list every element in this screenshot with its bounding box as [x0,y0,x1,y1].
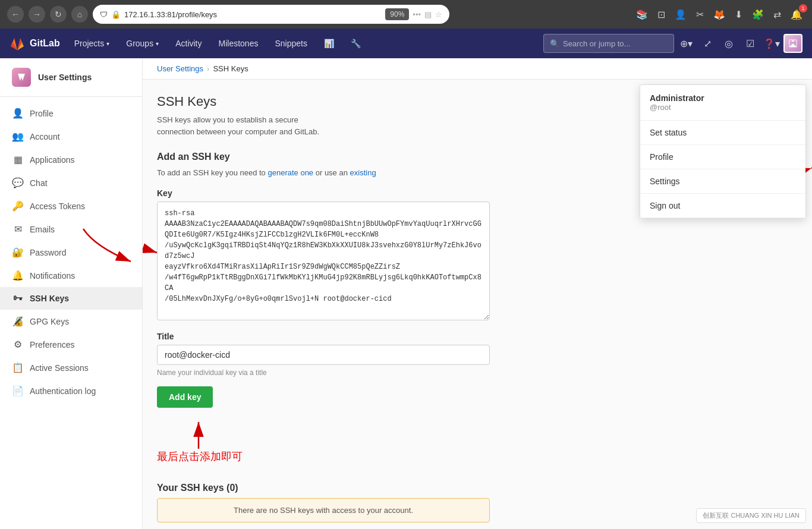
nav-groups[interactable]: Groups ▾ [119,34,166,53]
dropdown-admin-name: Administrator [650,93,796,103]
library-icon[interactable]: 📚 [634,7,650,23]
title-input[interactable] [157,345,490,365]
add-ssh-key-panel: Add an SSH key To add an SSH key you nee… [157,152,490,464]
applications-nav-icon: ▦ [12,154,24,165]
sidebar-item-preferences[interactable]: ⚙ Preferences [0,333,142,356]
key-field-container: Key ssh-rsa AAAAB3NzaC1yc2EAAAADAQABAAAB… [157,188,490,322]
puzzle-icon[interactable]: 🧩 [750,7,766,23]
sidebar-title: User Settings [38,73,92,82]
breadcrumb-current: SSH Keys [213,64,248,73]
sidebar-nav: 👤 Profile 👥 Account ▦ Applications 💬 Cha… [0,97,142,407]
bookmark-icon[interactable]: ☆ [435,10,442,19]
sidebar-profile-label: Profile [30,109,53,118]
nav-milestones[interactable]: Milestones [212,34,266,53]
nav-snippets[interactable]: Snippets [267,34,314,53]
sidebar-preferences-label: Preferences [30,340,74,349]
user-dropdown: Administrator @root Set status Profile S… [640,84,806,219]
generate-link[interactable]: generate one [267,168,313,177]
address-bar[interactable]: 🛡 🔒 172.16.1.33:81/profile/keys 90% ••• … [93,5,449,24]
reader-view-icon[interactable]: ▤ [424,10,432,19]
sidebar-item-password[interactable]: 🔐 Password [0,241,142,264]
add-key-annotation: 最后点击添加即可 [157,451,243,462]
nav-chart[interactable]: 📊 [317,34,341,53]
add-key-description: To add an SSH key you need to generate o… [157,167,490,179]
download-icon[interactable]: ⬇ [732,7,745,23]
no-keys-notice: There are no SSH keys with access to you… [157,498,490,522]
sidebar-item-applications[interactable]: ▦ Applications [0,148,142,171]
user-avatar-button[interactable] [783,34,802,53]
url-text: 172.16.1.33:81/profile/keys [124,10,382,19]
merge-request-icon[interactable]: ⤢ [698,34,717,53]
sidebar-item-gpg-keys[interactable]: 🔏 GPG Keys [0,310,142,333]
projects-chevron-icon: ▾ [106,40,109,47]
dropdown-set-status[interactable]: Set status [640,121,805,145]
groups-chevron-icon: ▾ [156,40,159,47]
issues-icon[interactable]: ◎ [719,34,738,53]
notification-button[interactable]: 🔔 1 [788,7,805,23]
more-options-icon[interactable]: ••• [413,10,421,19]
new-item-button[interactable]: ⊕▾ [676,34,695,53]
dropdown-username: @root [650,103,796,112]
sidebar-ssh-keys-label: SSH Keys [30,294,69,303]
sidebar-active-sessions-label: Active Sessions [30,363,89,373]
desc-before: To add an SSH key you need to [157,168,267,177]
breadcrumb-separator: › [207,64,209,73]
sync-icon[interactable]: ⇄ [771,7,783,23]
dropdown-sign-out[interactable]: Sign out [640,194,805,218]
sidebar-item-account[interactable]: 👥 Account [0,125,142,148]
nav-activity-label: Activity [175,39,202,48]
sidebar-gpg-keys-label: GPG Keys [30,317,69,326]
back-button[interactable]: ← [7,6,24,23]
shield-icon: 🛡 [100,10,108,19]
password-nav-icon: 🔐 [12,247,24,258]
breadcrumb-parent[interactable]: User Settings [157,64,203,73]
your-keys-title: Your SSH keys (0) [157,483,490,493]
sidebar-item-notifications[interactable]: 🔔 Notifications [0,264,142,287]
title-field-container: Title Name your individual key via a tit… [157,332,490,377]
gitlab-label: GitLab [30,38,60,49]
nav-projects[interactable]: Projects ▾ [67,34,117,53]
sidebar-item-active-sessions[interactable]: 📋 Active Sessions [0,356,142,379]
firefox-icon[interactable]: 🦊 [711,7,728,23]
notification-badge: 1 [799,4,807,12]
todo-icon[interactable]: ☑ [741,34,760,53]
nav-activity[interactable]: Activity [168,34,209,53]
refresh-button[interactable]: ↻ [50,6,67,23]
navbar-right: ⊕▾ ⤢ ◎ ☑ ❓▾ [676,34,802,53]
gitlab-logo[interactable]: GitLab [10,36,60,51]
your-ssh-keys-section: Your SSH keys (0) There are no SSH keys … [157,483,490,522]
sidebar-item-ssh-keys[interactable]: 🗝 SSH Keys [0,287,142,310]
sidebar-item-emails[interactable]: ✉ Emails [0,218,142,241]
key-textarea[interactable]: ssh-rsa AAAAB3NzaC1yc2EAAAADAQABAAABAQDW… [157,201,490,320]
add-key-button[interactable]: Add key [157,386,213,408]
profile-icon[interactable]: 👤 [672,7,689,23]
help-button[interactable]: ❓▾ [762,34,781,53]
sidebar-item-auth-log[interactable]: 📄 Authentication log [0,379,142,402]
nav-milestones-label: Milestones [219,39,259,48]
tab-icon[interactable]: ⊡ [655,7,668,23]
sidebar-header: User Settings [0,58,142,97]
sidebar-item-profile[interactable]: 👤 Profile [0,102,142,125]
browser-toolbar: 📚 ⊡ 👤 ✂ 🦊 ⬇ 🧩 ⇄ 🔔 1 [634,7,805,23]
screenshot-icon[interactable]: ✂ [694,7,706,23]
sidebar-item-chat[interactable]: 💬 Chat [0,171,142,194]
breadcrumb: User Settings › SSH Keys [143,58,812,80]
global-search[interactable]: 🔍 Search or jump to... [543,34,674,53]
existing-link[interactable]: existing [350,168,376,177]
gpg-keys-nav-icon: 🔏 [12,316,24,327]
forward-button[interactable]: → [29,6,45,23]
sidebar-item-access-tokens[interactable]: 🔑 Access Tokens [0,194,142,218]
sidebar-password-label: Password [30,248,66,257]
lock-icon: 🔒 [111,10,121,19]
dropdown-profile[interactable]: Profile [640,145,805,169]
key-field-label: Key [157,188,490,198]
search-placeholder: Search or jump to... [563,39,630,48]
home-button[interactable]: ⌂ [71,6,88,23]
profile-nav-icon: 👤 [12,108,24,119]
zoom-level: 90% [385,8,409,20]
sidebar-emails-label: Emails [30,225,55,234]
sidebar-logo [12,68,31,87]
gitlab-navbar: GitLab Projects ▾ Groups ▾ Activity Mile… [0,29,812,58]
nav-wrench[interactable]: 🔧 [344,34,368,53]
dropdown-settings[interactable]: Settings [640,169,805,194]
